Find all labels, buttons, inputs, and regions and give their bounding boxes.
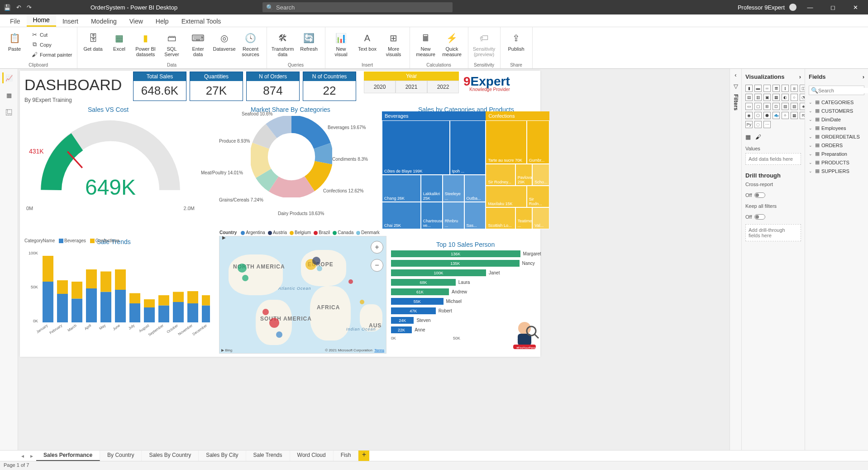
viz-type-button[interactable]: ▦ <box>791 112 798 119</box>
text-box-button[interactable]: AText box <box>356 29 379 52</box>
viz-type-button[interactable]: ▨ <box>791 103 798 110</box>
treemap-cell[interactable]: Côtes de Blaye 199K <box>382 120 450 175</box>
avatar[interactable] <box>789 4 796 11</box>
field-table[interactable]: ⌄▦CUSTOMERS <box>809 106 864 115</box>
maximize-button[interactable]: ◻ <box>824 4 842 11</box>
keep-filters-toggle[interactable]: Keep all filters <box>745 203 801 209</box>
page-tab[interactable]: Sale Trends <box>246 451 290 461</box>
viz-type-button[interactable]: Py <box>745 121 753 128</box>
tab-modeling[interactable]: Modeling <box>85 16 123 27</box>
field-table[interactable]: ⌄▦ORDERS <box>809 141 864 149</box>
treemap-cell[interactable]: Scho... <box>532 164 549 186</box>
year-option[interactable]: 2020 <box>364 81 396 93</box>
sensitivity-button[interactable]: 🏷Sensitivity (preview) <box>473 29 496 57</box>
treemap-cell[interactable]: Val... <box>532 207 549 229</box>
topbar-row[interactable]: 47KRobert <box>391 307 545 315</box>
treemap-visual[interactable]: BeveragesCôtes de Blaye 199KIpoh ...Chan… <box>382 111 549 229</box>
viz-type-button[interactable]: ▭ <box>745 103 753 110</box>
fields-well-icon[interactable]: ▦ <box>745 134 751 140</box>
page-tab[interactable]: Word Cloud <box>290 451 334 461</box>
add-page-button[interactable]: + <box>358 451 369 461</box>
treemap-cell[interactable]: Teatime ... <box>515 207 533 229</box>
canvas-area[interactable]: DASHBOARD By 9Expert Training Total Sale… <box>18 69 730 450</box>
model-view-button[interactable]: ⿺ <box>4 107 14 118</box>
pbi-datasets-button[interactable]: ▮Power BI datasets <box>134 29 157 57</box>
treemap-cell[interactable]: Steeleye ... <box>443 175 464 202</box>
publish-button[interactable]: ⇪Publish <box>505 29 528 52</box>
save-icon[interactable]: 💾 <box>4 4 11 11</box>
treemap-cell[interactable]: Chai 25K <box>382 202 421 229</box>
kpi-card[interactable]: Quantities27K <box>190 72 243 101</box>
treemap-cell[interactable]: Chang 26K <box>382 175 421 202</box>
page-tab[interactable]: Fish <box>334 451 359 461</box>
undo-icon[interactable]: ↶ <box>16 4 21 11</box>
viz-type-button[interactable]: ◐ <box>782 94 789 101</box>
quick-measure-button[interactable]: ⚡Quick measure <box>441 29 463 57</box>
minimize-button[interactable]: — <box>801 4 819 11</box>
enter-data-button[interactable]: ⌨Enter data <box>187 29 210 57</box>
viz-type-button[interactable]: ⋯ <box>763 121 771 128</box>
field-table[interactable]: ⌄▦CATEGORIES <box>809 98 864 106</box>
values-dropzone[interactable]: Add data fields here <box>745 153 801 165</box>
viz-type-button[interactable]: ⊞ <box>763 103 771 110</box>
expand-icon[interactable]: › <box>799 73 801 80</box>
viz-type-button[interactable]: ⊡ <box>773 103 780 110</box>
recent-sources-button[interactable]: 🕓Recent sources <box>239 29 262 57</box>
treemap-cell[interactable]: Tarte au sucre 70K <box>486 120 526 164</box>
trends-visual[interactable]: CategoryName Beverages Confections 100K5… <box>24 238 210 356</box>
treemap-cell[interactable]: Outba... <box>464 175 486 202</box>
page-tab[interactable]: Sales By Country <box>142 451 199 461</box>
viz-type-button[interactable]: ▮ <box>745 85 753 92</box>
cross-report-toggle[interactable]: Cross-report <box>745 182 801 187</box>
gauge-visual[interactable]: 431K 649K 0M 2.0M <box>24 116 196 229</box>
copy-button[interactable]: ⧉Copy <box>31 39 72 48</box>
user-name[interactable]: Professor 9Expert <box>738 4 785 11</box>
global-search[interactable]: 🔍 Search <box>262 2 453 12</box>
data-view-button[interactable]: ▦ <box>4 90 14 101</box>
new-visual-button[interactable]: 📊New visual <box>330 29 353 57</box>
tab-help[interactable]: Help <box>149 16 175 27</box>
treemap-cell[interactable]: Sir Rodney... <box>486 164 515 186</box>
tab-view[interactable]: View <box>123 16 149 27</box>
format-well-icon[interactable]: 🖌 <box>755 134 761 140</box>
tab-insert[interactable]: Insert <box>56 16 85 27</box>
topbars-visual[interactable]: 136KMargaret135KNancy100KJanet68KLaura61… <box>391 249 545 354</box>
year-option[interactable]: 2022 <box>427 81 459 93</box>
kpi-card[interactable]: Total Sales648.6K <box>133 72 186 101</box>
chevron-left-icon[interactable]: ‹ <box>734 72 736 78</box>
topbar-row[interactable]: 55KMichael <box>391 297 545 306</box>
treemap-cell[interactable]: Ipoh ... <box>450 120 486 175</box>
viz-type-button[interactable]: ▢ <box>754 103 762 110</box>
tab-home[interactable]: Home <box>27 14 56 27</box>
viz-type-button[interactable]: ⫿ <box>782 85 789 92</box>
treemap-cell[interactable]: Pavlova 29K <box>515 164 533 186</box>
get-data-button[interactable]: 🗄Get data <box>82 29 105 52</box>
topbar-row[interactable]: 135KNancy <box>391 259 545 268</box>
treemap-cell[interactable]: Sas... <box>464 202 486 229</box>
redo-icon[interactable]: ↷ <box>27 4 32 11</box>
map-terms-link[interactable]: Terms <box>374 348 384 352</box>
cut-button[interactable]: ✂Cut <box>31 29 72 38</box>
viz-type-button[interactable]: ▧ <box>782 103 789 110</box>
new-measure-button[interactable]: 🖩New measure <box>415 29 437 57</box>
viz-type-button[interactable]: ◌ <box>754 121 762 128</box>
treemap-cell[interactable]: Scottish Lo... <box>486 207 515 229</box>
viz-type-button[interactable]: 〓 <box>773 85 780 92</box>
map-legend-next-icon[interactable]: ▶ <box>222 235 226 240</box>
treemap-cell[interactable]: Chartreuse ve... <box>421 202 443 229</box>
fields-search[interactable]: 🔍 <box>809 86 864 95</box>
page-tab[interactable]: Sales Performance <box>36 451 100 461</box>
refresh-button[interactable]: 🔄Refresh <box>298 29 320 52</box>
kpi-card[interactable]: N of Orders874 <box>246 72 300 101</box>
viz-type-button[interactable]: ▤ <box>745 94 753 101</box>
pagetab-next[interactable]: ▸ <box>27 451 36 461</box>
map-zoom-out[interactable]: − <box>371 259 383 272</box>
year-option[interactable]: 2021 <box>396 81 427 93</box>
field-table[interactable]: ⌄▦ORDERDETAILS <box>809 132 864 141</box>
dataverse-button[interactable]: ◎Dataverse <box>213 29 236 52</box>
treemap-cell[interactable]: Sir Rodn... <box>527 186 549 207</box>
transform-data-button[interactable]: 🛠Transform data <box>272 29 294 57</box>
field-table[interactable]: ⌄▦Employees <box>809 124 864 132</box>
donut-visual[interactable]: Beverages 19.67%Condiments 8.3%Confectio… <box>201 111 382 234</box>
filters-pane-collapsed[interactable]: ‹ ▽ Filters <box>730 69 741 450</box>
